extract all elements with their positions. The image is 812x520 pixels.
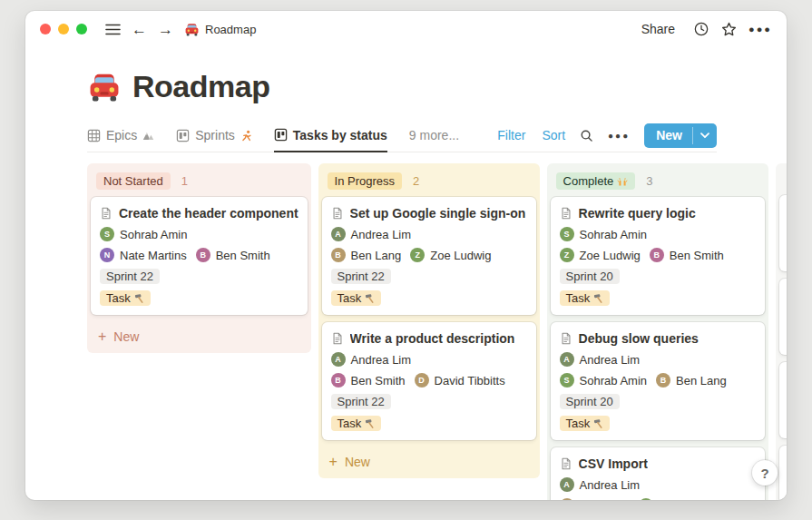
column-header: Not Started1: [91, 167, 308, 197]
hammer-icon: [133, 293, 144, 304]
person: BBen Lang: [560, 498, 631, 500]
traffic-lights: [40, 24, 87, 34]
task-card[interactable]: Create the header componentSSohrab AminN…: [91, 197, 308, 315]
task-card[interactable]: SprintTask: [779, 195, 787, 271]
board-column-partial: SprintTaskSprintTaskSprintTaskSprintTask: [776, 163, 787, 500]
hammer-icon: [592, 418, 603, 429]
app-window: ← → Roadmap Share ●●● Roadmap Epics: [25, 11, 787, 500]
new-button-label[interactable]: New: [644, 123, 692, 148]
card-title-text: CSV Import: [579, 456, 648, 471]
column-status-badge[interactable]: In Progress: [328, 172, 402, 190]
person: AAndrea Lim: [560, 477, 640, 492]
person: ZZoe Ludwig: [560, 248, 641, 262]
person: AAndrea Lim: [560, 352, 640, 367]
task-chip: Task: [560, 290, 611, 306]
card-title-text: Create the header component: [119, 206, 298, 221]
card-title: CSV Import: [560, 456, 756, 471]
share-button[interactable]: Share: [641, 22, 675, 36]
breadcrumb[interactable]: Roadmap: [184, 22, 256, 37]
filter-button[interactable]: Filter: [497, 128, 525, 142]
person-name: Zoe Ludwig: [580, 249, 641, 262]
view-tabs-bar: Epics Sprints Tasks by status 9 more... …: [87, 119, 717, 152]
forward-arrow-icon[interactable]: →: [158, 22, 173, 37]
add-new-card-button[interactable]: +New: [322, 447, 536, 475]
sprint-chip: Sprint 22: [331, 394, 391, 409]
person-name: Sohrab Amin: [580, 228, 647, 241]
avatar: B: [331, 248, 346, 262]
view-more-options-icon[interactable]: ●●●: [608, 131, 630, 141]
card-people-row: AAndrea Lim: [331, 227, 527, 241]
car-icon: [184, 22, 200, 37]
add-new-card-button[interactable]: +New: [91, 322, 308, 349]
person-name: Andrea Lim: [351, 353, 411, 367]
card-people-row: NNate MartinsBBen Smith: [100, 248, 298, 262]
page-icon: [560, 207, 572, 220]
new-button[interactable]: New: [644, 123, 717, 148]
column-count: 2: [413, 174, 419, 188]
page-title: Roadmap: [132, 69, 269, 104]
column-status-badge[interactable]: Not Started: [96, 172, 171, 190]
card-title-text: Write a product description: [350, 331, 515, 346]
column-status-badge[interactable]: [785, 172, 787, 188]
avatar: Z: [560, 248, 574, 262]
more-options-icon[interactable]: ●●●: [748, 24, 772, 34]
tab-sprints[interactable]: Sprints: [176, 119, 252, 152]
task-chip: Task: [331, 290, 382, 306]
task-card[interactable]: Write a product descriptionAAndrea LimBB…: [322, 322, 536, 440]
sort-button[interactable]: Sort: [542, 128, 565, 142]
person-name: Andrea Lim: [580, 478, 640, 492]
avatar: Z: [639, 498, 653, 500]
favorite-star-icon[interactable]: [720, 21, 738, 38]
zoom-button[interactable]: [76, 24, 87, 34]
page-icon: [560, 457, 572, 470]
hammer-icon: [592, 293, 603, 304]
person-name: Ben Lang: [676, 374, 727, 388]
tabs-more-button[interactable]: 9 more...: [409, 119, 459, 152]
card-tag-row: Task: [331, 290, 527, 306]
avatar: N: [100, 248, 114, 262]
column-status-badge[interactable]: Complete: [556, 172, 636, 190]
column-count: 1: [181, 174, 188, 188]
board-icon: [274, 128, 288, 142]
chevron-down-icon[interactable]: [693, 123, 717, 148]
card-title: Set up Google single sign-on: [331, 205, 527, 221]
person: SSohrab Amin: [560, 373, 647, 388]
card-title: Rewrite query logic: [560, 205, 756, 221]
search-icon[interactable]: [580, 129, 593, 142]
table-icon: [87, 129, 101, 142]
person-name: Ben Smith: [670, 249, 724, 262]
task-card[interactable]: SprintTask: [779, 446, 787, 500]
avatar: A: [560, 352, 574, 367]
avatar: S: [560, 373, 574, 388]
board-column-not-started: Not Started1Create the header componentS…: [87, 163, 311, 353]
card-people-row: SSohrab AminBBen Lang: [560, 373, 756, 388]
clock-icon[interactable]: [693, 21, 709, 37]
tab-epics[interactable]: Epics: [87, 119, 154, 152]
task-card[interactable]: Debug slow queriesAAndrea LimSSohrab Ami…: [551, 322, 765, 440]
task-card[interactable]: SprintTask: [779, 362, 787, 438]
avatar: A: [331, 227, 346, 241]
board-column-complete: Complete3Rewrite query logicSSohrab Amin…: [547, 163, 768, 500]
back-arrow-icon[interactable]: ←: [132, 22, 147, 37]
help-button[interactable]: ?: [752, 460, 778, 486]
tab-tasks-by-status[interactable]: Tasks by status: [274, 120, 387, 152]
avatar: B: [656, 373, 670, 388]
task-card[interactable]: Rewrite query logicSSohrab AminZZoe Ludw…: [551, 197, 765, 315]
column-name: Complete: [563, 174, 614, 188]
plus-icon: +: [98, 329, 106, 344]
close-button[interactable]: [40, 24, 51, 34]
avatar: Z: [410, 248, 425, 262]
minimize-button[interactable]: [58, 24, 69, 34]
page-icon: [100, 207, 113, 220]
task-card[interactable]: SprintTask: [779, 279, 787, 355]
person-name: Ben Lang: [580, 499, 631, 501]
sprint-chip: Sprint 20: [560, 269, 620, 284]
task-card[interactable]: Set up Google single sign-onAAndrea LimB…: [322, 197, 536, 315]
task-chip: Task: [560, 416, 611, 431]
menu-icon[interactable]: [105, 24, 121, 35]
card-people-row: AAndrea Lim: [560, 477, 756, 492]
task-card[interactable]: CSV ImportAAndrea LimBBen LangZZoe Ludwi…: [551, 447, 765, 500]
column-count: 3: [646, 174, 652, 188]
card-sprint-row: Sprint 22: [100, 269, 298, 284]
card-tag-row: Task: [100, 290, 298, 306]
